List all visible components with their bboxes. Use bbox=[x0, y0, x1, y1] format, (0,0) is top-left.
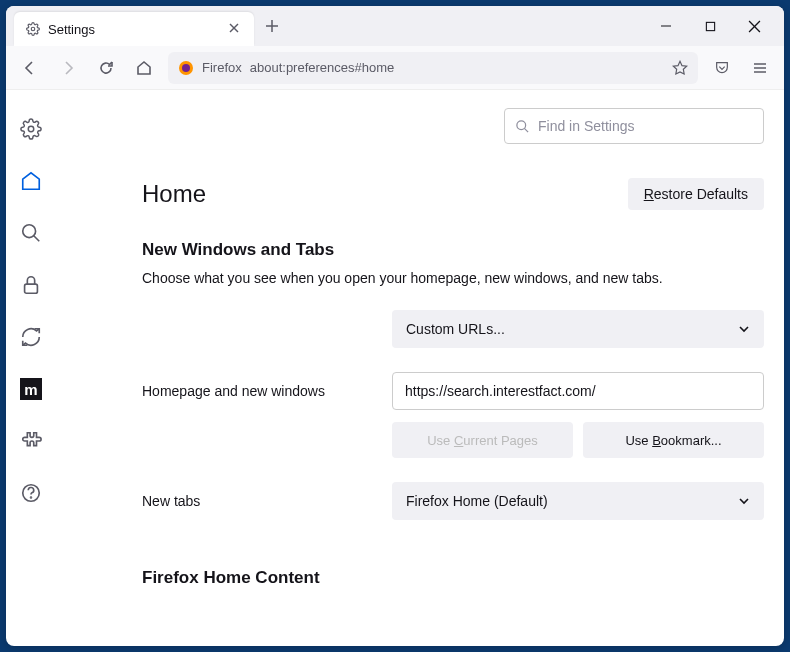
url-text: about:preferences#home bbox=[250, 60, 395, 75]
section-description: Choose what you see when you open your h… bbox=[142, 270, 764, 286]
find-in-settings-input[interactable]: Find in Settings bbox=[504, 108, 764, 144]
browser-window: Settings Firefox about:preferences#home bbox=[6, 6, 784, 646]
close-window-button[interactable] bbox=[740, 12, 768, 40]
page-title: Home bbox=[142, 180, 206, 208]
forward-button[interactable] bbox=[54, 54, 82, 82]
homepage-url-row: Homepage and new windows bbox=[142, 372, 764, 410]
page-header: Home Restore Defaults bbox=[142, 178, 764, 210]
use-current-pages-button[interactable]: Use Current Pages bbox=[392, 422, 573, 458]
settings-main: Find in Settings Home Restore Defaults N… bbox=[56, 90, 784, 646]
newtabs-select[interactable]: Firefox Home (Default) bbox=[392, 482, 764, 520]
maximize-button[interactable] bbox=[696, 12, 724, 40]
homepage-button-row: Use Current Pages Use Bookmark... bbox=[392, 422, 764, 458]
content-area: m Find in Settings Home Restore Defaults… bbox=[6, 90, 784, 646]
reload-button[interactable] bbox=[92, 54, 120, 82]
sidebar-help-icon[interactable] bbox=[20, 482, 42, 504]
tab-settings[interactable]: Settings bbox=[14, 12, 254, 46]
sidebar-sync-icon[interactable] bbox=[20, 326, 42, 348]
url-bar[interactable]: Firefox about:preferences#home bbox=[168, 52, 698, 84]
chevron-down-icon bbox=[738, 323, 750, 335]
svg-marker-11 bbox=[673, 61, 686, 74]
chevron-down-icon bbox=[738, 495, 750, 507]
gear-icon bbox=[26, 22, 40, 36]
menu-button[interactable] bbox=[746, 54, 774, 82]
tab-bar: Settings bbox=[6, 6, 784, 46]
svg-point-16 bbox=[23, 225, 36, 238]
select-value: Firefox Home (Default) bbox=[406, 493, 548, 509]
homepage-url-input[interactable] bbox=[392, 372, 764, 410]
homepage-mode-row: Custom URLs... bbox=[142, 310, 764, 348]
svg-point-20 bbox=[31, 497, 32, 498]
sidebar-extensions-icon[interactable] bbox=[20, 430, 42, 452]
new-tab-button[interactable] bbox=[258, 12, 286, 40]
navigation-toolbar: Firefox about:preferences#home bbox=[6, 46, 784, 90]
home-button[interactable] bbox=[130, 54, 158, 82]
pocket-button[interactable] bbox=[708, 54, 736, 82]
settings-sidebar: m bbox=[6, 90, 56, 646]
back-button[interactable] bbox=[16, 54, 44, 82]
svg-point-21 bbox=[517, 120, 526, 129]
svg-point-15 bbox=[28, 126, 34, 132]
close-icon[interactable] bbox=[228, 22, 242, 36]
firefox-icon bbox=[178, 60, 194, 76]
homepage-mode-select[interactable]: Custom URLs... bbox=[392, 310, 764, 348]
firefox-home-content-title: Firefox Home Content bbox=[142, 568, 764, 588]
section-title: New Windows and Tabs bbox=[142, 240, 764, 260]
sidebar-general-icon[interactable] bbox=[20, 118, 42, 140]
window-controls bbox=[652, 12, 776, 40]
homepage-windows-label: Homepage and new windows bbox=[142, 383, 372, 399]
sidebar-home-icon[interactable] bbox=[20, 170, 42, 192]
sidebar-privacy-icon[interactable] bbox=[20, 274, 42, 296]
svg-rect-6 bbox=[706, 22, 714, 30]
newtabs-row: New tabs Firefox Home (Default) bbox=[142, 482, 764, 520]
sidebar-more-icon[interactable]: m bbox=[20, 378, 42, 400]
minimize-button[interactable] bbox=[652, 12, 680, 40]
svg-point-0 bbox=[31, 27, 35, 31]
bookmark-star-icon[interactable] bbox=[672, 60, 688, 76]
tab-title: Settings bbox=[48, 22, 220, 37]
svg-line-17 bbox=[34, 236, 40, 242]
newtabs-label: New tabs bbox=[142, 493, 372, 509]
url-identity: Firefox bbox=[202, 60, 242, 75]
select-value: Custom URLs... bbox=[406, 321, 505, 337]
search-icon bbox=[515, 119, 530, 134]
svg-line-22 bbox=[524, 128, 528, 132]
svg-rect-18 bbox=[25, 284, 38, 293]
sidebar-search-icon[interactable] bbox=[20, 222, 42, 244]
svg-point-10 bbox=[182, 64, 190, 72]
find-placeholder: Find in Settings bbox=[538, 118, 635, 134]
restore-defaults-button[interactable]: Restore Defaults bbox=[628, 178, 764, 210]
use-bookmark-button[interactable]: Use Bookmark... bbox=[583, 422, 764, 458]
